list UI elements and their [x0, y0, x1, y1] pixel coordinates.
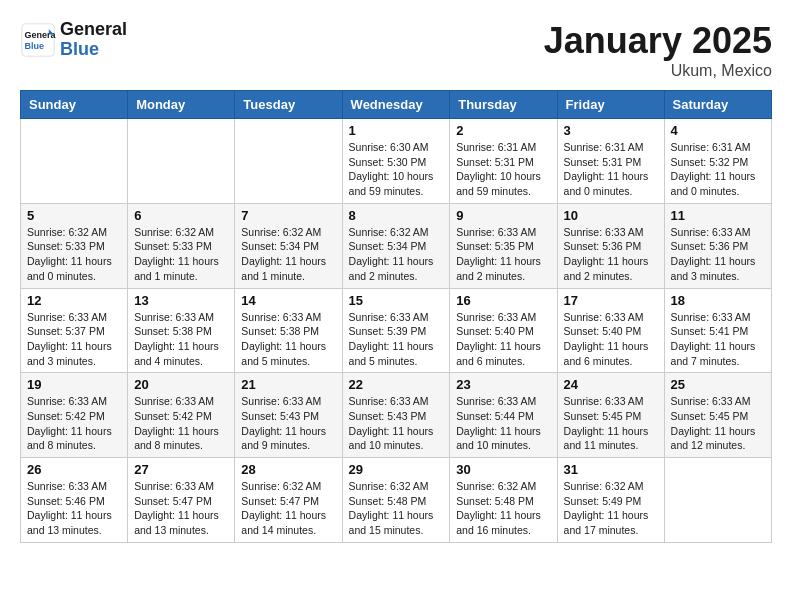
day-number: 23 — [456, 377, 550, 392]
calendar-cell: 18Sunrise: 6:33 AM Sunset: 5:41 PM Dayli… — [664, 288, 771, 373]
day-info: Sunrise: 6:32 AM Sunset: 5:49 PM Dayligh… — [564, 479, 658, 538]
day-info: Sunrise: 6:32 AM Sunset: 5:47 PM Dayligh… — [241, 479, 335, 538]
calendar-cell: 8Sunrise: 6:32 AM Sunset: 5:34 PM Daylig… — [342, 203, 450, 288]
day-number: 19 — [27, 377, 121, 392]
day-number: 22 — [349, 377, 444, 392]
calendar-cell: 1Sunrise: 6:30 AM Sunset: 5:30 PM Daylig… — [342, 119, 450, 204]
calendar-week-4: 19Sunrise: 6:33 AM Sunset: 5:42 PM Dayli… — [21, 373, 772, 458]
weekday-header-wednesday: Wednesday — [342, 91, 450, 119]
day-info: Sunrise: 6:33 AM Sunset: 5:46 PM Dayligh… — [27, 479, 121, 538]
logo-general: General — [60, 19, 127, 39]
day-number: 14 — [241, 293, 335, 308]
day-number: 28 — [241, 462, 335, 477]
day-info: Sunrise: 6:33 AM Sunset: 5:43 PM Dayligh… — [241, 394, 335, 453]
day-info: Sunrise: 6:30 AM Sunset: 5:30 PM Dayligh… — [349, 140, 444, 199]
day-number: 26 — [27, 462, 121, 477]
day-info: Sunrise: 6:31 AM Sunset: 5:32 PM Dayligh… — [671, 140, 765, 199]
day-number: 27 — [134, 462, 228, 477]
calendar-cell: 2Sunrise: 6:31 AM Sunset: 5:31 PM Daylig… — [450, 119, 557, 204]
day-number: 5 — [27, 208, 121, 223]
day-number: 12 — [27, 293, 121, 308]
day-number: 17 — [564, 293, 658, 308]
calendar-cell: 14Sunrise: 6:33 AM Sunset: 5:38 PM Dayli… — [235, 288, 342, 373]
logo: General Blue General Blue — [20, 20, 127, 60]
day-info: Sunrise: 6:33 AM Sunset: 5:38 PM Dayligh… — [134, 310, 228, 369]
calendar-cell: 26Sunrise: 6:33 AM Sunset: 5:46 PM Dayli… — [21, 458, 128, 543]
calendar-cell: 5Sunrise: 6:32 AM Sunset: 5:33 PM Daylig… — [21, 203, 128, 288]
day-number: 8 — [349, 208, 444, 223]
calendar-cell: 31Sunrise: 6:32 AM Sunset: 5:49 PM Dayli… — [557, 458, 664, 543]
day-number: 1 — [349, 123, 444, 138]
logo-icon: General Blue — [20, 22, 56, 58]
calendar-cell: 20Sunrise: 6:33 AM Sunset: 5:42 PM Dayli… — [128, 373, 235, 458]
calendar-cell: 4Sunrise: 6:31 AM Sunset: 5:32 PM Daylig… — [664, 119, 771, 204]
day-info: Sunrise: 6:32 AM Sunset: 5:33 PM Dayligh… — [27, 225, 121, 284]
day-number: 15 — [349, 293, 444, 308]
calendar-cell: 25Sunrise: 6:33 AM Sunset: 5:45 PM Dayli… — [664, 373, 771, 458]
calendar-cell: 29Sunrise: 6:32 AM Sunset: 5:48 PM Dayli… — [342, 458, 450, 543]
day-number: 16 — [456, 293, 550, 308]
weekday-header-friday: Friday — [557, 91, 664, 119]
calendar-cell: 13Sunrise: 6:33 AM Sunset: 5:38 PM Dayli… — [128, 288, 235, 373]
day-number: 11 — [671, 208, 765, 223]
day-info: Sunrise: 6:32 AM Sunset: 5:48 PM Dayligh… — [456, 479, 550, 538]
day-info: Sunrise: 6:33 AM Sunset: 5:47 PM Dayligh… — [134, 479, 228, 538]
calendar-cell: 10Sunrise: 6:33 AM Sunset: 5:36 PM Dayli… — [557, 203, 664, 288]
day-info: Sunrise: 6:33 AM Sunset: 5:45 PM Dayligh… — [564, 394, 658, 453]
month-title: January 2025 — [544, 20, 772, 62]
day-info: Sunrise: 6:33 AM Sunset: 5:40 PM Dayligh… — [456, 310, 550, 369]
day-info: Sunrise: 6:33 AM Sunset: 5:44 PM Dayligh… — [456, 394, 550, 453]
weekday-header-monday: Monday — [128, 91, 235, 119]
calendar-table: SundayMondayTuesdayWednesdayThursdayFrid… — [20, 90, 772, 543]
calendar-cell: 6Sunrise: 6:32 AM Sunset: 5:33 PM Daylig… — [128, 203, 235, 288]
day-number: 4 — [671, 123, 765, 138]
day-info: Sunrise: 6:33 AM Sunset: 5:41 PM Dayligh… — [671, 310, 765, 369]
day-number: 6 — [134, 208, 228, 223]
weekday-header-tuesday: Tuesday — [235, 91, 342, 119]
weekday-header-thursday: Thursday — [450, 91, 557, 119]
weekday-header-saturday: Saturday — [664, 91, 771, 119]
calendar-cell: 16Sunrise: 6:33 AM Sunset: 5:40 PM Dayli… — [450, 288, 557, 373]
day-info: Sunrise: 6:31 AM Sunset: 5:31 PM Dayligh… — [456, 140, 550, 199]
calendar-cell: 7Sunrise: 6:32 AM Sunset: 5:34 PM Daylig… — [235, 203, 342, 288]
day-info: Sunrise: 6:31 AM Sunset: 5:31 PM Dayligh… — [564, 140, 658, 199]
calendar-cell: 23Sunrise: 6:33 AM Sunset: 5:44 PM Dayli… — [450, 373, 557, 458]
day-info: Sunrise: 6:32 AM Sunset: 5:34 PM Dayligh… — [241, 225, 335, 284]
calendar-week-5: 26Sunrise: 6:33 AM Sunset: 5:46 PM Dayli… — [21, 458, 772, 543]
calendar-cell: 12Sunrise: 6:33 AM Sunset: 5:37 PM Dayli… — [21, 288, 128, 373]
day-number: 30 — [456, 462, 550, 477]
day-info: Sunrise: 6:32 AM Sunset: 5:34 PM Dayligh… — [349, 225, 444, 284]
day-number: 31 — [564, 462, 658, 477]
day-info: Sunrise: 6:33 AM Sunset: 5:35 PM Dayligh… — [456, 225, 550, 284]
calendar-cell: 3Sunrise: 6:31 AM Sunset: 5:31 PM Daylig… — [557, 119, 664, 204]
logo-blue: Blue — [60, 39, 99, 59]
calendar-cell: 28Sunrise: 6:32 AM Sunset: 5:47 PM Dayli… — [235, 458, 342, 543]
calendar-cell: 9Sunrise: 6:33 AM Sunset: 5:35 PM Daylig… — [450, 203, 557, 288]
location: Ukum, Mexico — [544, 62, 772, 80]
weekday-header-sunday: Sunday — [21, 91, 128, 119]
calendar-cell — [664, 458, 771, 543]
day-number: 2 — [456, 123, 550, 138]
day-info: Sunrise: 6:33 AM Sunset: 5:39 PM Dayligh… — [349, 310, 444, 369]
day-number: 20 — [134, 377, 228, 392]
calendar-cell: 11Sunrise: 6:33 AM Sunset: 5:36 PM Dayli… — [664, 203, 771, 288]
day-number: 21 — [241, 377, 335, 392]
calendar-week-3: 12Sunrise: 6:33 AM Sunset: 5:37 PM Dayli… — [21, 288, 772, 373]
day-info: Sunrise: 6:33 AM Sunset: 5:45 PM Dayligh… — [671, 394, 765, 453]
day-number: 29 — [349, 462, 444, 477]
calendar-cell — [128, 119, 235, 204]
weekday-header-row: SundayMondayTuesdayWednesdayThursdayFrid… — [21, 91, 772, 119]
calendar-cell: 27Sunrise: 6:33 AM Sunset: 5:47 PM Dayli… — [128, 458, 235, 543]
day-number: 9 — [456, 208, 550, 223]
calendar-cell: 30Sunrise: 6:32 AM Sunset: 5:48 PM Dayli… — [450, 458, 557, 543]
calendar-cell: 21Sunrise: 6:33 AM Sunset: 5:43 PM Dayli… — [235, 373, 342, 458]
day-info: Sunrise: 6:33 AM Sunset: 5:42 PM Dayligh… — [27, 394, 121, 453]
calendar-cell: 22Sunrise: 6:33 AM Sunset: 5:43 PM Dayli… — [342, 373, 450, 458]
day-info: Sunrise: 6:33 AM Sunset: 5:36 PM Dayligh… — [671, 225, 765, 284]
calendar-cell: 24Sunrise: 6:33 AM Sunset: 5:45 PM Dayli… — [557, 373, 664, 458]
calendar-cell — [21, 119, 128, 204]
day-number: 18 — [671, 293, 765, 308]
day-number: 3 — [564, 123, 658, 138]
day-number: 13 — [134, 293, 228, 308]
day-info: Sunrise: 6:33 AM Sunset: 5:42 PM Dayligh… — [134, 394, 228, 453]
